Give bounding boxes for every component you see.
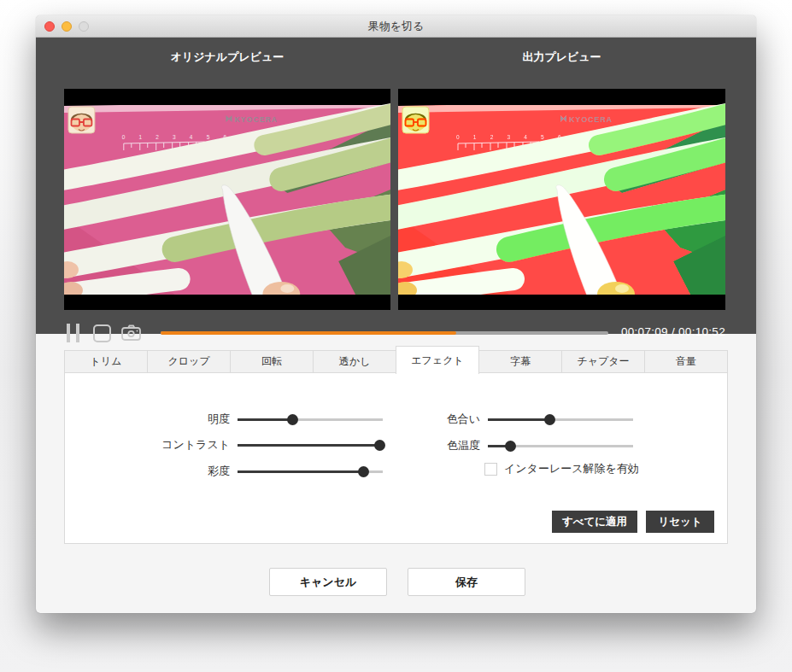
window-title: 果物を切る: [368, 19, 425, 34]
deinterlace-label: インターレース解除を有効: [504, 461, 639, 476]
zoom-button: [79, 21, 89, 32]
titlebar: 果物を切る: [36, 15, 756, 38]
seek-bar[interactable]: [161, 331, 608, 335]
traffic-lights: [44, 21, 89, 32]
dialog-window: 果物を切る オリジナルプレビュー 出力プレビュー: [36, 15, 756, 613]
snapshot-button[interactable]: [121, 324, 141, 341]
tab-rotate[interactable]: 回転: [230, 350, 314, 373]
output-preview-video: [398, 89, 725, 310]
temperature-slider[interactable]: [488, 445, 633, 447]
player-area: オリジナルプレビュー 出力プレビュー 00:07:09 /: [36, 38, 756, 334]
stop-button[interactable]: [93, 324, 111, 342]
saturation-slider[interactable]: [238, 470, 383, 473]
tab-crop[interactable]: クロップ: [147, 350, 231, 373]
output-preview-label: 出力プレビュー: [398, 50, 725, 65]
tab-bar: トリム クロップ 回転 透かし エフェクト 字幕 チャプター 音量: [64, 350, 728, 373]
player-controls: 00:07:09 / 00:10:52: [36, 318, 756, 347]
tab-trim[interactable]: トリム: [64, 350, 148, 373]
save-button[interactable]: 保存: [408, 568, 525, 596]
saturation-slider-thumb[interactable]: [358, 466, 369, 477]
tab-volume[interactable]: 音量: [644, 350, 728, 373]
effect-panel: 明度 コントラスト 彩度 色合い 色温度: [64, 372, 728, 544]
hue-slider[interactable]: [488, 418, 633, 421]
close-button[interactable]: [44, 21, 55, 32]
hue-label: 色合い: [65, 412, 480, 427]
tab-chapter[interactable]: チャプター: [561, 350, 645, 373]
cancel-button[interactable]: キャンセル: [269, 568, 387, 596]
hue-slider-thumb[interactable]: [544, 414, 555, 425]
original-preview-video: [64, 89, 390, 310]
tab-effect[interactable]: エフェクト: [396, 346, 479, 374]
snapshot-camera-icon: [121, 324, 141, 341]
pause-button[interactable]: [67, 324, 79, 342]
tab-subtitle[interactable]: 字幕: [478, 350, 562, 373]
tab-watermark[interactable]: 透かし: [313, 350, 396, 373]
deinterlace-checkbox[interactable]: [484, 463, 497, 476]
original-preview-label: オリジナルプレビュー: [64, 50, 390, 65]
apply-all-button[interactable]: すべてに適用: [552, 511, 637, 533]
temperature-slider-thumb[interactable]: [505, 441, 516, 452]
time-display: 00:07:09 / 00:10:52: [621, 325, 725, 338]
deinterlace-row: インターレース解除を有効: [484, 461, 639, 476]
seek-progress: [161, 331, 456, 335]
temperature-label: 色温度: [65, 438, 480, 453]
reset-button[interactable]: リセット: [646, 511, 714, 533]
minimize-button[interactable]: [62, 21, 72, 32]
saturation-label: 彩度: [65, 464, 230, 479]
